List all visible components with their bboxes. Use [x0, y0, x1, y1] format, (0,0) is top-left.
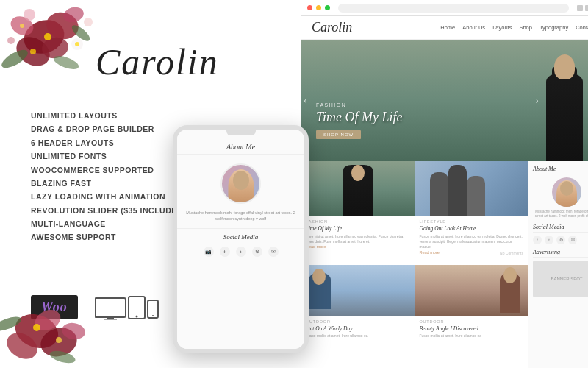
browser-url-bar[interactable]	[338, 4, 569, 13]
sidebar-facebook-icon[interactable]: f	[533, 236, 542, 244]
device-icons	[95, 294, 168, 320]
hero-prev-arrow[interactable]: ‹	[304, 95, 307, 107]
blog-card-2-read-more[interactable]: Read more	[420, 250, 440, 255]
sidebar-avatar	[552, 177, 581, 207]
features-list: UNLIMITED LAYOUTSDRAG & DROP PAGE BUILDE…	[31, 109, 186, 244]
mobile-instagram-icon[interactable]: 📷	[204, 247, 214, 257]
hero-cta-button[interactable]: SHOP NOW	[316, 130, 361, 139]
nav-item-typography[interactable]: Typography	[539, 24, 568, 31]
blog-card-2-body: LIFESTYLE Going Out Look At Home Fusce m…	[415, 216, 528, 265]
blog-card-4-image	[415, 265, 528, 316]
blog-card-3-excerpt: Fusce mollis at amet. Irure ullamco ea	[306, 333, 410, 339]
nav-item-home[interactable]: Home	[440, 24, 455, 31]
svg-point-9	[24, 9, 35, 21]
blog-card-2-image	[415, 161, 528, 216]
nav-item-contact[interactable]: Contact	[576, 24, 588, 31]
hero-background: FASHION Time Of My Life SHOP NOW ‹ ›	[301, 40, 588, 161]
svg-rect-18	[107, 317, 114, 319]
sidebar-ad-banner: BANNER SPOT	[533, 261, 588, 297]
mobile-social-title: Social Media	[177, 228, 304, 244]
svg-point-29	[0, 314, 23, 334]
svg-point-16	[75, 42, 79, 46]
sidebar-social-icons: f t ⚙ ✉	[533, 236, 588, 244]
site-logo: Carolin	[312, 20, 352, 35]
mobile-twitter-icon[interactable]: t	[236, 247, 246, 257]
svg-point-8	[70, 23, 93, 43]
hero-category-tag: FASHION	[316, 102, 403, 107]
blog-grid: FASHION Time Of My Life Irure nisi ut am…	[301, 161, 528, 368]
blog-card-1-read-more[interactable]: Read more	[306, 244, 410, 249]
feature-item: UNLIMITED LAYOUTS	[31, 109, 186, 122]
blog-card-4-title: Beauty Angle I Discovered	[420, 325, 524, 333]
blog-card-2-excerpt: Fusce mollis at amet. Irure ullamco ea m…	[420, 234, 524, 250]
svg-point-26	[2, 328, 42, 364]
right-sidebar: About Me Mustache hammock meh, forage of…	[528, 161, 588, 368]
mobile-avatar-section	[177, 155, 304, 210]
svg-point-23	[152, 315, 154, 316]
mobile-content: About Me Mustache hammock meh, forage of…	[177, 130, 304, 349]
blog-card-3-body: OUTDOOR Out On A Windy Day Fusce mollis …	[301, 316, 415, 369]
svg-rect-19	[104, 319, 117, 320]
hero-title: Time Of My Life	[316, 110, 403, 126]
mobile-settings-icon[interactable]: ⚙	[252, 247, 262, 257]
blog-card-4-tag: OUTDOOR	[420, 319, 524, 324]
browser-maximize-dot	[325, 5, 330, 10]
svg-point-3	[40, 35, 70, 60]
svg-point-7	[52, 53, 81, 71]
browser-close-dot	[307, 5, 312, 10]
mobile-frame: About Me Mustache hammock meh, forage of…	[173, 125, 309, 353]
svg-point-32	[56, 337, 62, 343]
blog-card-1-body: FASHION Time Of My Life Irure nisi ut am…	[301, 216, 415, 265]
site-navigation[interactable]: HomeAbout UsLayoutsShopTypographyContact	[440, 24, 588, 31]
svg-point-1	[43, 9, 82, 43]
sidebar-email-icon[interactable]: ✉	[568, 236, 577, 244]
blog-card-2-tag: LIFESTYLE	[420, 219, 524, 224]
hero-person-figure	[535, 54, 588, 161]
mobile-notch	[226, 130, 256, 135]
nav-item-about-us[interactable]: About Us	[462, 24, 485, 31]
browser-minimize-dot	[316, 5, 321, 10]
blog-card-1-image	[301, 161, 415, 216]
feature-item: UNLIMITED FONTS	[31, 149, 186, 163]
sidebar-bio: Mustache hammock meh, forage offal vinyl…	[533, 210, 588, 219]
browser-controls	[577, 5, 588, 11]
svg-point-28	[60, 321, 86, 341]
svg-rect-17	[95, 298, 126, 317]
svg-point-2	[11, 31, 55, 71]
sidebar-twitter-icon[interactable]: t	[545, 236, 553, 244]
svg-point-31	[33, 324, 40, 331]
blog-card-3: OUTDOOR Out On A Windy Day Fusce mollis …	[301, 265, 415, 369]
feature-item: LAZY LOADING WITH ANIMATION	[31, 190, 186, 203]
right-panel: Carolin HomeAbout UsLayoutsShopTypograph…	[301, 0, 588, 368]
svg-point-6	[0, 46, 30, 71]
mobile-facebook-icon[interactable]: f	[220, 247, 230, 257]
blog-card-3-image	[301, 265, 415, 316]
site-header: Carolin HomeAbout UsLayoutsShopTypograph…	[301, 16, 588, 40]
mobile-avatar	[220, 163, 261, 204]
sidebar-settings-icon[interactable]: ⚙	[556, 236, 565, 244]
feature-item: BLAZING FAST	[31, 177, 186, 190]
nav-item-layouts[interactable]: Layouts	[492, 24, 512, 31]
svg-point-30	[49, 349, 76, 366]
blog-card-2: LIFESTYLE Going Out Look At Home Fusce m…	[415, 161, 528, 265]
svg-point-13	[30, 49, 36, 54]
blog-card-1: FASHION Time Of My Life Irure nisi ut am…	[301, 161, 415, 265]
blog-card-4-body: OUTDOOR Beauty Angle I Discovered Fusce …	[415, 316, 528, 369]
svg-point-4	[7, 13, 36, 38]
feature-item: AWESOME SUPPORT	[31, 230, 186, 244]
woocommerce-logo: Woo	[31, 295, 78, 319]
hero-section: FASHION Time Of My Life SHOP NOW ‹ ›	[301, 40, 588, 161]
mobile-social-icons: 📷 f t ⚙ ✉	[177, 244, 304, 261]
blog-row-2: OUTDOOR Out On A Windy Day Fusce mollis …	[301, 265, 528, 369]
nav-item-shop[interactable]: Shop	[519, 24, 532, 31]
blog-card-4-excerpt: Fusce mollis at amet. Irure ullamco ea	[420, 333, 524, 339]
hero-text-overlay: FASHION Time Of My Life SHOP NOW	[316, 102, 403, 139]
svg-point-12	[44, 33, 51, 40]
feature-item: 6 HEADER LAYOUTS	[31, 136, 186, 149]
feature-item: REVOLUTION SLIDER ($35 INCLUDED)	[31, 204, 186, 217]
blog-card-4: OUTDOOR Beauty Angle I Discovered Fusce …	[415, 265, 528, 369]
hero-next-arrow[interactable]: ›	[535, 95, 539, 107]
mobile-email-icon[interactable]: ✉	[268, 247, 279, 257]
blog-card-2-title: Going Out Look At Home	[420, 225, 524, 233]
sidebar-about-title: About Me	[533, 166, 588, 174]
